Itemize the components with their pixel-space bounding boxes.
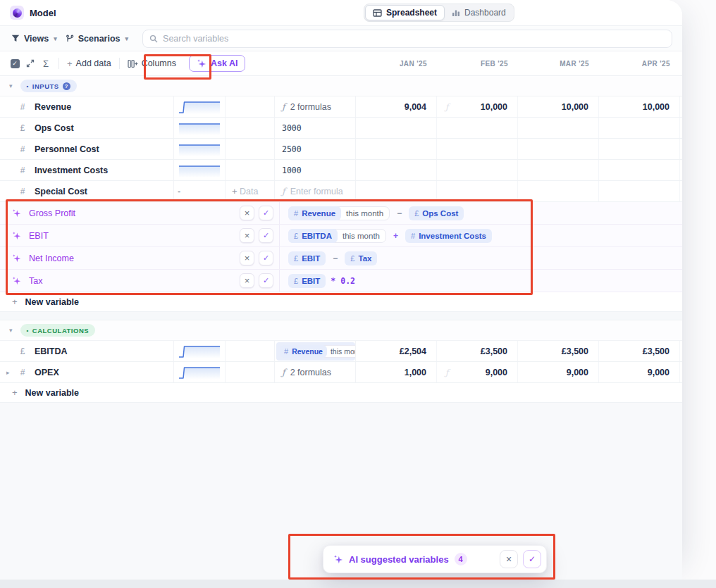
formula-chips[interactable]: £EBIT * 0.2 [280,274,355,288]
value-cell-apr[interactable] [599,118,680,138]
variable-chip[interactable]: £EBIT [288,274,326,288]
time-modifier-chip[interactable]: this month [340,209,389,218]
ai-row-name-cell[interactable]: Gross Profit × ✓ [0,202,280,224]
value-cell-mar[interactable] [518,139,599,159]
search-box[interactable] [142,30,672,48]
variable-chip[interactable]: #Revenue [288,206,341,220]
data-cell[interactable] [226,118,275,138]
value-cell-feb[interactable] [437,118,518,138]
info-icon[interactable]: ? [63,82,70,90]
data-cell[interactable] [226,160,275,180]
formula-chips[interactable]: £EBIT − £Tax [280,251,377,265]
value-cell-feb[interactable] [437,160,518,180]
new-variable-button-inputs[interactable]: + New variable [0,292,682,312]
value-cell-jan[interactable]: 1,000 [356,362,437,382]
column-header-mar[interactable]: MAR '25 [518,51,599,76]
variable-chip[interactable]: £Ops Cost [409,206,464,220]
dismiss-all-button[interactable]: × [500,550,518,568]
data-cell[interactable] [226,96,275,117]
value-cell-feb[interactable]: ƒ10,000 [437,96,518,117]
sparkline-cell[interactable] [174,362,226,382]
value-cell-feb[interactable]: ƒ9,000 [437,362,518,382]
scenarios-dropdown[interactable]: Scenarios ▾ [61,34,132,44]
variable-chip[interactable]: #Revenue [280,345,327,358]
value-cell-mar[interactable] [518,160,599,180]
sparkline-cell[interactable] [174,160,226,180]
views-dropdown[interactable]: Views ▾ [7,34,61,44]
column-header-apr[interactable]: APR '25 [599,51,680,76]
columns-button[interactable]: Columns [125,58,179,68]
variable-name-cell[interactable]: # Revenue [0,96,174,117]
value-cell-mar[interactable] [518,118,599,138]
variable-chip[interactable]: £EBIT [288,251,326,265]
accept-suggestion-button[interactable]: ✓ [259,228,273,243]
formula-cell[interactable]: ƒ Enter formula [275,181,356,201]
add-data-cell[interactable]: + Data [226,181,275,201]
sum-button[interactable]: Σ [38,56,54,71]
add-data-button[interactable]: + Add data [64,58,114,69]
data-cell[interactable] [226,341,275,361]
accept-suggestion-button[interactable]: ✓ [259,273,273,288]
value-cell-apr[interactable] [599,160,680,180]
accept-suggestion-button[interactable]: ✓ [259,206,273,220]
reject-suggestion-button[interactable]: × [240,251,254,265]
time-modifier-chip[interactable]: this month [326,347,355,356]
variable-name-cell[interactable]: £ Ops Cost [0,118,174,138]
sparkline-cell[interactable] [174,139,226,159]
formula-chips[interactable]: £EBITDA this month + #Investment Costs [280,229,492,243]
time-modifier-chip[interactable]: this month [337,232,385,240]
collapse-chevron-icon[interactable]: ▾ [9,82,13,89]
variable-chip[interactable]: £EBITDA [288,229,338,243]
new-variable-button-calculations[interactable]: + New variable [0,383,682,403]
ai-row-name-cell[interactable]: Tax × ✓ [0,270,280,292]
formula-cell[interactable]: 3000 [275,118,356,138]
data-cell[interactable] [226,362,275,382]
value-cell-apr[interactable]: 10,000 [599,96,680,117]
search-input[interactable] [163,34,665,44]
variable-chip[interactable]: £Tax [345,251,377,265]
expand-button[interactable] [23,56,38,71]
expand-chevron-icon[interactable]: ▸ [6,369,10,376]
value-cell-mar[interactable]: £3,500 [518,341,599,361]
formula-cell-active[interactable]: #Revenue this month − £O [275,341,356,361]
value-cell-mar[interactable] [518,181,599,201]
column-header-jan[interactable]: JAN '25 [356,51,437,76]
variable-name-cell[interactable]: # Personnel Cost [0,139,174,159]
value-cell-jan[interactable]: 9,004 [356,96,437,117]
value-cell-jan[interactable]: £2,504 [356,341,437,361]
collapse-chevron-icon[interactable]: ▾ [9,327,13,334]
inputs-section-badge[interactable]: • INPUTS ? [20,80,77,92]
value-cell-feb[interactable] [437,181,518,201]
sparkline-cell[interactable] [174,341,226,361]
sparkline-cell[interactable] [174,118,226,138]
value-cell-apr[interactable] [599,139,680,159]
value-cell-mar[interactable]: 10,000 [518,96,599,117]
formula-cell[interactable]: 2500 [275,139,356,159]
value-cell-jan[interactable] [356,181,437,201]
calculations-section-badge[interactable]: • CALCULATIONS [20,324,96,337]
value-cell-apr[interactable]: £3,500 [599,341,680,361]
value-cell-apr[interactable] [599,181,680,201]
column-header-feb[interactable]: FEB '25 [437,51,518,76]
accept-all-button[interactable]: ✓ [523,550,541,568]
tab-spreadsheet[interactable]: Spreadsheet [365,5,445,20]
formula-cell[interactable]: ƒ 2 formulas [275,362,356,382]
value-cell-feb[interactable] [437,139,518,159]
variable-name-cell[interactable]: £ EBITDA [0,341,174,361]
ai-row-name-cell[interactable]: EBIT × ✓ [0,225,280,246]
sparkline-cell[interactable]: - [174,181,226,201]
ai-row-name-cell[interactable]: Net Income × ✓ [0,247,280,269]
formula-editor[interactable]: #Revenue this month − £O [276,342,355,361]
value-cell-feb[interactable]: £3,500 [437,341,518,361]
select-all-button[interactable]: ✓ [7,56,23,71]
ask-ai-button[interactable]: Ask AI [189,55,245,72]
formula-chips[interactable]: #Revenue this month − £Ops Cost [280,206,464,220]
formula-cell[interactable]: ƒ 2 formulas [275,96,356,117]
value-cell-jan[interactable] [356,160,437,180]
variable-name-cell[interactable]: # Investment Costs [0,160,174,180]
accept-suggestion-button[interactable]: ✓ [259,251,273,265]
value-cell-mar[interactable]: 9,000 [518,362,599,382]
sparkline-cell[interactable] [174,96,226,117]
reject-suggestion-button[interactable]: × [240,273,254,288]
reject-suggestion-button[interactable]: × [240,206,254,220]
